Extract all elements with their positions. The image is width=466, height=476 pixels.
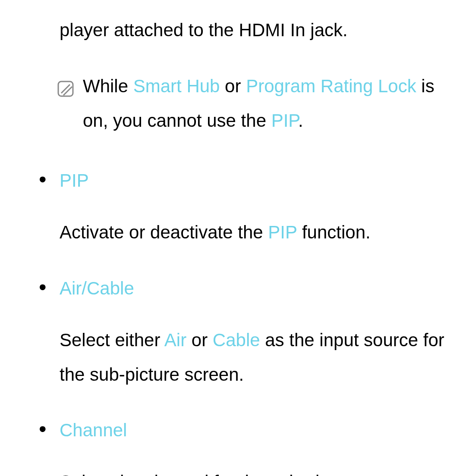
bullet-icon: • [39, 163, 47, 196]
item-title: Channel [60, 413, 457, 448]
highlighted-term: PIP [268, 222, 297, 242]
item-description: Activate or deactivate the PIP function. [60, 215, 457, 250]
highlighted-term: Smart Hub [133, 76, 220, 96]
intro-text: player attached to the HDMI In jack. [60, 13, 457, 47]
highlighted-term: PIP [271, 110, 298, 131]
item-description: Select the channel for the sub-picture s… [60, 465, 457, 476]
list-item-air-cable: • Air/Cable Select either Air or Cable a… [60, 271, 457, 391]
note-text: While Smart Hub or Program Rating Lock i… [83, 76, 435, 131]
highlighted-term: Cable [213, 330, 260, 350]
list-item-channel: • Channel Select the channel for the sub… [60, 413, 457, 476]
svg-line-2 [63, 87, 72, 95]
item-title: Air/Cable [60, 271, 457, 306]
highlighted-term: Program Rating Lock [246, 76, 416, 96]
bullet-icon: • [39, 413, 47, 445]
text-fragment: While [83, 76, 133, 96]
bullet-icon: • [39, 271, 47, 304]
note-block: While Smart Hub or Program Rating Lock i… [57, 69, 457, 138]
item-description: Select either Air or Cable as the input … [60, 323, 457, 392]
highlighted-term: Air [164, 330, 186, 350]
text-fragment: function. [297, 222, 370, 242]
note-icon [57, 74, 74, 91]
item-title: PIP [60, 163, 457, 198]
text-fragment: or [220, 76, 246, 96]
text-fragment: Activate or deactivate the [60, 222, 268, 242]
text-fragment: Select either [60, 330, 164, 350]
svg-line-1 [61, 85, 70, 93]
text-fragment: or [186, 330, 213, 350]
text-fragment: . [298, 110, 303, 131]
text-fragment: Select the channel for the sub-picture s… [60, 472, 424, 476]
list-item-pip: • PIP Activate or deactivate the PIP fun… [60, 163, 457, 250]
